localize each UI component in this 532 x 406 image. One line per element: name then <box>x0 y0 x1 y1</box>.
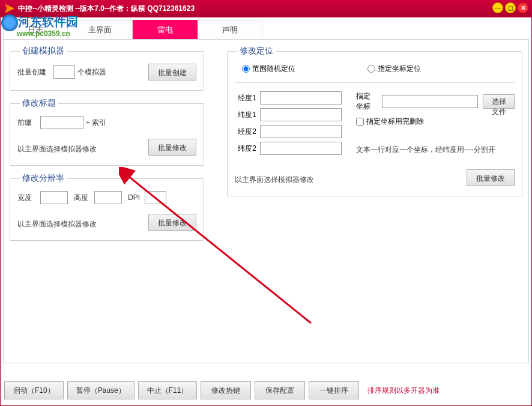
tab-panel: 创建模拟器 批量创建 个模拟器 批量创建 修改标题 前缀 + 索引 <box>3 39 529 363</box>
radio-fixed-input[interactable] <box>367 65 375 73</box>
tab-main[interactable]: 主界面 <box>68 20 133 39</box>
radio-random-input[interactable] <box>242 65 250 73</box>
lng1-label: 经度1 <box>235 93 256 103</box>
batch-modify-res-button[interactable]: 批量修改 <box>148 214 196 231</box>
batch-create-count-input[interactable] <box>53 65 75 79</box>
delete-after-use-label: 指定坐标用完删除 <box>366 117 424 127</box>
hotkey-button[interactable]: 修改热键 <box>201 381 251 399</box>
tab-log[interactable]: 日志 <box>3 20 68 39</box>
tab-shengming[interactable]: 声明 <box>198 20 262 39</box>
width-label: 宽度 <box>17 193 38 203</box>
bottom-toolbar: 启动（F10） 暂停（Pause） 中止（F11） 修改热键 保存配置 一键排序… <box>3 379 529 402</box>
lat1-label: 纬度1 <box>235 110 256 120</box>
target-coord-label: 指定坐标 <box>356 91 377 112</box>
window-controls: — ◻ ✕ <box>492 2 528 13</box>
delete-after-use-checkbox[interactable] <box>356 118 364 126</box>
save-config-button[interactable]: 保存配置 <box>255 381 305 399</box>
dpi-label: DPI <box>128 193 142 202</box>
lat2-input[interactable] <box>260 142 342 155</box>
sort-note: 排序规则以多开器为准 <box>367 386 440 396</box>
group-legend-title: 修改标题 <box>20 98 58 109</box>
tab-bar: 日志 主界面 雷电 声明 <box>3 20 529 39</box>
lng2-input[interactable] <box>260 125 342 138</box>
window-title: 中控--小精灵检测 --版本7.0--作者：纵横 QQ712361623 <box>18 4 195 14</box>
height-input[interactable] <box>94 191 122 204</box>
coord-inputs: 经度1 纬度1 经度2 纬度2 <box>235 91 342 155</box>
lat1-input[interactable] <box>260 108 342 121</box>
radio-fixed-location[interactable]: 指定坐标定位 <box>367 64 421 74</box>
width-input[interactable] <box>40 191 68 204</box>
group-legend-loc: 修改定位 <box>237 46 276 56</box>
prefix-input[interactable] <box>40 116 83 129</box>
batch-create-label: 批量创建 <box>17 67 51 77</box>
batch-modify-title-button[interactable]: 批量修改 <box>148 139 196 156</box>
tab-leidian[interactable]: 雷电 <box>133 20 198 39</box>
loc-help-text: 以主界面选择模拟器修改 <box>235 175 314 185</box>
lng2-label: 经度2 <box>235 127 256 137</box>
stop-button[interactable]: 中止（F11） <box>138 381 198 399</box>
prefix-label: 前缀 <box>17 118 38 128</box>
close-button[interactable]: ✕ <box>518 2 528 13</box>
dpi-input[interactable] <box>145 191 166 204</box>
title-help-text: 以主界面选择模拟器修改 <box>17 144 97 154</box>
batch-modify-loc-button[interactable]: 批量修改 <box>467 169 515 186</box>
batch-create-button[interactable]: 批量创建 <box>148 64 196 80</box>
pause-button[interactable]: 暂停（Pause） <box>67 381 135 399</box>
radio-random-label: 范围随机定位 <box>252 64 295 74</box>
start-button[interactable]: 启动（F10） <box>4 381 64 399</box>
unit-label: 个模拟器 <box>77 67 111 77</box>
coord-format-note: 文本一行对应一个坐标，经纬度用----分割开 <box>356 145 515 155</box>
group-legend-res: 修改分辨率 <box>20 173 67 184</box>
maximize-button[interactable]: ◻ <box>505 2 516 13</box>
minimize-button[interactable]: — <box>492 2 503 13</box>
group-modify-title: 修改标题 前缀 + 索引 以主界面选择模拟器修改 批量修改 <box>10 98 204 166</box>
right-column: 修改定位 范围随机定位 指定坐标定位 经度1 <box>227 46 522 204</box>
height-label: 高度 <box>74 193 92 203</box>
left-column: 创建模拟器 批量创建 个模拟器 批量创建 修改标题 前缀 + 索引 <box>10 46 204 248</box>
app-logo-icon <box>5 4 14 13</box>
group-legend-create: 创建模拟器 <box>20 46 67 56</box>
target-coord-input[interactable] <box>382 95 478 108</box>
title-bar: 中控--小精灵检测 --版本7.0--作者：纵横 QQ712361623 — ◻… <box>0 0 532 17</box>
coord-right-panel: 指定坐标 选择文件 指定坐标用完删除 文本一行对应一个坐标，经纬度用----分割… <box>356 91 515 155</box>
lat2-label: 纬度2 <box>235 144 256 154</box>
group-modify-location: 修改定位 范围随机定位 指定坐标定位 经度1 <box>227 46 522 196</box>
group-create-emulator: 创建模拟器 批量创建 个模拟器 批量创建 <box>10 46 204 91</box>
sort-button[interactable]: 一键排序 <box>309 381 359 399</box>
res-help-text: 以主界面选择模拟器修改 <box>17 219 97 229</box>
content-area: 日志 主界面 雷电 声明 创建模拟器 批量创建 个模拟器 批量创建 修改标题 <box>0 17 532 406</box>
radio-fixed-label: 指定坐标定位 <box>378 64 421 74</box>
suffix-label: + 索引 <box>86 118 119 128</box>
group-modify-resolution: 修改分辨率 宽度 高度 DPI 以主界面选择模拟器修改 批量修改 <box>10 173 204 241</box>
lng1-input[interactable] <box>260 91 342 105</box>
radio-random-location[interactable]: 范围随机定位 <box>242 64 295 74</box>
choose-file-button[interactable]: 选择文件 <box>483 94 515 109</box>
